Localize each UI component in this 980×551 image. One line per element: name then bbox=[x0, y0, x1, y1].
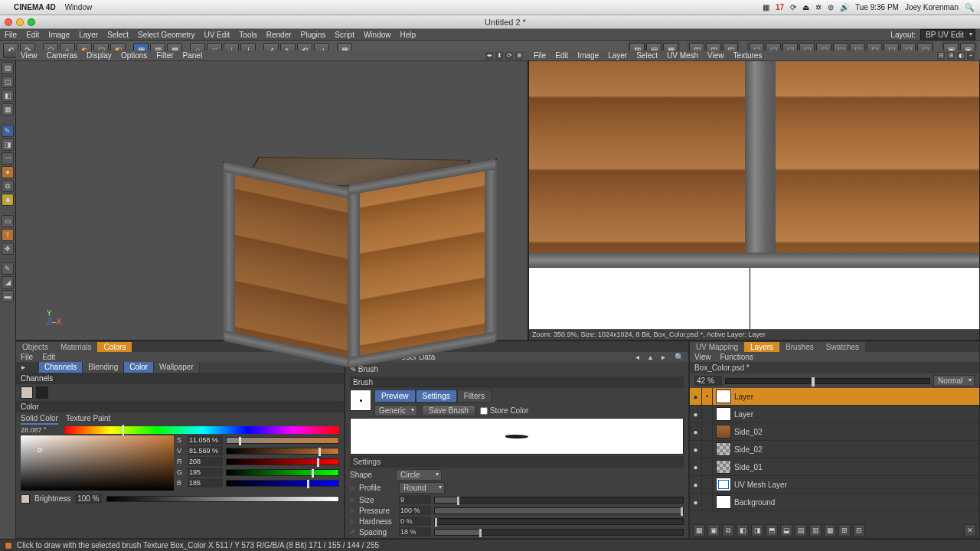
sponge-tool[interactable]: ● bbox=[2, 166, 14, 178]
vp-nav-icon[interactable]: ⬍ bbox=[495, 52, 503, 60]
menu-script[interactable]: Script bbox=[335, 31, 354, 39]
v-value[interactable]: 81.569 % bbox=[188, 446, 223, 455]
save-brush-button[interactable]: Save Brush bbox=[422, 405, 475, 416]
brush-tab-settings[interactable]: Settings bbox=[416, 390, 457, 403]
layer-action-icon[interactable]: ⬓ bbox=[780, 524, 792, 536]
wifi-icon[interactable]: ⊚ bbox=[828, 3, 834, 11]
text-tool[interactable]: T bbox=[2, 229, 14, 241]
tab-materials[interactable]: Materials bbox=[54, 342, 98, 352]
shape-dropdown[interactable]: Circle bbox=[396, 469, 442, 481]
tvp-menu-select[interactable]: Select bbox=[636, 51, 658, 60]
vp-nav-icon[interactable]: + bbox=[967, 52, 975, 60]
brush-tab-preview[interactable]: Preview bbox=[374, 390, 416, 403]
brush-preset-dropdown[interactable]: Generic bbox=[374, 405, 417, 416]
pressure-slider[interactable] bbox=[434, 507, 684, 514]
tvp-menu-uvmesh[interactable]: UV Mesh bbox=[667, 51, 698, 60]
menu-plugins[interactable]: Plugins bbox=[301, 31, 326, 39]
tvp-menu-layer[interactable]: Layer bbox=[608, 51, 627, 60]
spacing-value[interactable]: 18 % bbox=[399, 527, 431, 536]
subtab-color[interactable]: Color bbox=[124, 362, 154, 373]
visibility-toggle-icon[interactable]: ● bbox=[690, 388, 702, 405]
tab-swatches[interactable]: Swatches bbox=[820, 342, 865, 352]
mode-texture-paint[interactable]: Texture Paint bbox=[66, 414, 110, 425]
lock-toggle-icon[interactable] bbox=[702, 423, 713, 440]
link-icon[interactable]: ○ bbox=[350, 507, 356, 514]
r-value[interactable]: 208 bbox=[188, 457, 223, 466]
clock[interactable]: Tue 9:36 PM bbox=[855, 3, 899, 11]
link-icon[interactable]: ○ bbox=[350, 496, 356, 504]
nav-back-icon[interactable]: ◂ bbox=[635, 353, 639, 361]
vp-menu-view[interactable]: View bbox=[21, 51, 38, 60]
menubar-icon[interactable]: ✲ bbox=[815, 3, 822, 11]
rail-tool[interactable]: ▦ bbox=[2, 103, 14, 116]
eraser-tool[interactable]: ◨ bbox=[2, 139, 14, 151]
link-icon[interactable]: ○ bbox=[350, 517, 356, 525]
vp-nav-icon[interactable]: ⊟ bbox=[937, 52, 945, 60]
layout-dropdown[interactable]: BP UV Edit bbox=[920, 29, 975, 41]
layer-action-icon[interactable]: ◧ bbox=[737, 524, 749, 536]
subtab-blending[interactable]: Blending bbox=[83, 362, 124, 373]
texture-viewport[interactable]: File Edit Image Layer Select UV Mesh Vie… bbox=[528, 60, 980, 341]
layer-action-icon[interactable]: ▤ bbox=[795, 524, 807, 536]
layer-action-icon[interactable]: ⊞ bbox=[838, 524, 851, 536]
vp-nav-icon[interactable]: ⊞ bbox=[515, 52, 523, 60]
user-name[interactable]: Joey Korenman bbox=[905, 3, 959, 11]
3d-viewport[interactable]: View Cameras Display Options Filter Pane… bbox=[15, 60, 528, 341]
menu-edit[interactable]: Edit bbox=[26, 31, 39, 39]
subtab-wallpaper[interactable]: Wallpaper bbox=[154, 362, 200, 373]
tab-objects[interactable]: Objects bbox=[16, 342, 54, 352]
zoom-window-button[interactable] bbox=[28, 18, 35, 26]
layer-row[interactable]: ●Side_02 bbox=[690, 423, 979, 441]
lock-toggle-icon[interactable] bbox=[702, 406, 713, 422]
spotlight-icon[interactable]: 🔍 bbox=[965, 3, 974, 11]
tab-colors[interactable]: Colors bbox=[97, 342, 132, 352]
vp-nav-icon[interactable]: ◐ bbox=[957, 52, 965, 60]
new-folder-icon[interactable]: ▣ bbox=[707, 524, 720, 536]
current-color-swatch[interactable] bbox=[21, 494, 30, 504]
menubar-icon[interactable]: ▦ bbox=[763, 3, 769, 11]
layer-action-icon[interactable]: ⬒ bbox=[766, 524, 778, 536]
vp-nav-icon[interactable]: ⟳ bbox=[505, 52, 513, 60]
s-slider[interactable] bbox=[226, 437, 339, 444]
layers-menu-view[interactable]: View bbox=[694, 353, 711, 361]
lock-toggle-icon[interactable] bbox=[702, 458, 713, 475]
layer-row[interactable]: ●Layer bbox=[690, 406, 979, 423]
b-value[interactable]: 185 bbox=[188, 478, 223, 487]
rail-tool[interactable]: ▬ bbox=[2, 290, 14, 302]
duplicate-layer-icon[interactable]: ⧉ bbox=[722, 524, 734, 536]
link-icon[interactable]: ○ bbox=[350, 484, 356, 492]
mode-solid-color[interactable]: Solid Color bbox=[21, 414, 58, 425]
brightness-slider[interactable] bbox=[106, 496, 339, 502]
tvp-menu-file[interactable]: File bbox=[534, 51, 546, 60]
hardness-slider[interactable] bbox=[434, 518, 684, 525]
layer-opacity-slider[interactable] bbox=[725, 378, 930, 384]
lock-toggle-icon[interactable] bbox=[702, 494, 713, 510]
menu-select[interactable]: Select bbox=[107, 31, 129, 39]
bg-swatch[interactable] bbox=[36, 386, 48, 399]
submenu-edit[interactable]: Edit bbox=[42, 353, 55, 361]
visibility-toggle-icon[interactable]: ● bbox=[690, 458, 702, 475]
vp-menu-cameras[interactable]: Cameras bbox=[47, 51, 78, 60]
menu-file[interactable]: File bbox=[5, 31, 17, 39]
s-value[interactable]: 11.058 % bbox=[188, 435, 223, 445]
rail-tool[interactable]: ▤ bbox=[2, 62, 14, 74]
clone-tool[interactable]: ⧉ bbox=[2, 180, 14, 192]
layer-action-icon[interactable]: ⊟ bbox=[853, 524, 865, 536]
vp-menu-options[interactable]: Options bbox=[121, 51, 147, 60]
new-layer-icon[interactable]: ▦ bbox=[693, 524, 705, 536]
tvp-menu-view[interactable]: View bbox=[707, 51, 724, 60]
spacing-slider[interactable] bbox=[434, 529, 684, 536]
fill-tool[interactable]: ◆ bbox=[2, 194, 14, 206]
sv-picker[interactable] bbox=[21, 435, 174, 491]
brightness-value[interactable]: 100 % bbox=[75, 494, 101, 504]
b-slider[interactable] bbox=[226, 480, 339, 487]
layer-row[interactable]: ●Side_01 bbox=[690, 458, 979, 476]
transform-tool[interactable]: ✥ bbox=[2, 243, 14, 255]
vp-menu-display[interactable]: Display bbox=[87, 51, 112, 60]
visibility-toggle-icon[interactable]: ● bbox=[690, 406, 702, 422]
close-window-button[interactable] bbox=[5, 18, 12, 26]
chevron-icon[interactable]: ▸ bbox=[16, 362, 39, 373]
brush-tool[interactable]: ✎ bbox=[2, 125, 14, 137]
layer-opacity-value[interactable]: 42 % bbox=[694, 376, 722, 386]
store-color-checkbox[interactable]: Store Color bbox=[480, 406, 529, 415]
